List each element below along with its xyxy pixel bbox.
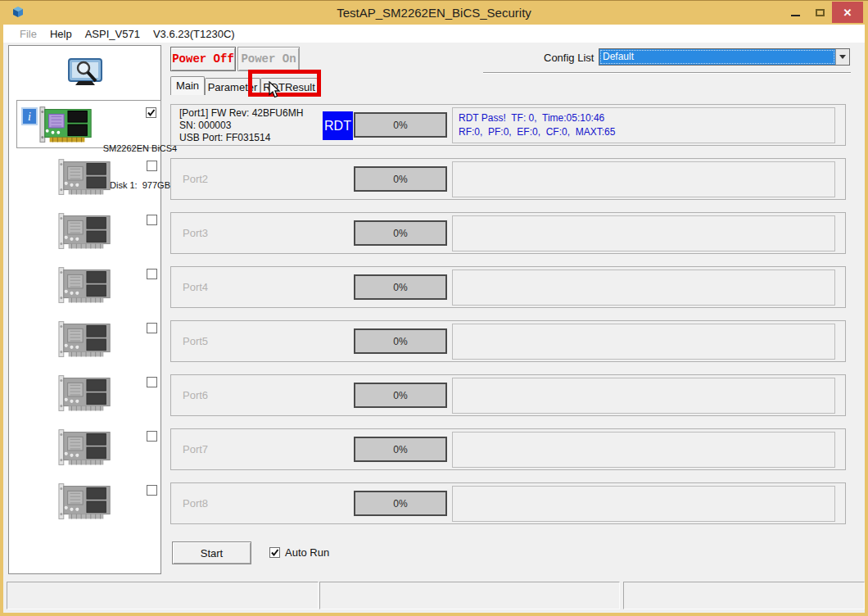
port-label: Port5 — [183, 335, 208, 347]
menu-bar: File Help ASPI_V571 V3.6.23(T1230C) — [3, 25, 865, 43]
port-row-4: Port4 0% — [170, 266, 846, 308]
device-slot-5[interactable] — [16, 318, 161, 365]
auto-run-label: Auto Run — [285, 546, 329, 559]
scan-devices-button[interactable] — [9, 48, 160, 98]
device-checkbox-unchecked[interactable] — [147, 215, 157, 225]
device-slot-4[interactable] — [16, 264, 161, 311]
port-status-box — [452, 215, 835, 251]
check-icon — [270, 548, 279, 557]
tab-main[interactable]: Main — [170, 76, 205, 95]
device-card-icon-gray — [57, 374, 115, 414]
port-status-box — [452, 161, 835, 197]
device-card-icon-gray — [57, 157, 115, 198]
device-slot-6[interactable] — [16, 372, 161, 419]
device-card-icon-gray — [57, 319, 115, 360]
status-panel-left — [7, 582, 319, 609]
power-off-button[interactable]: Power Off — [170, 47, 236, 71]
progress-value: 0% — [393, 444, 407, 455]
chevron-down-icon — [839, 55, 846, 59]
config-dropdown-button[interactable] — [835, 49, 849, 65]
device-checkbox-unchecked[interactable] — [147, 377, 157, 387]
power-off-label: Power Off — [172, 52, 234, 66]
device-slot-3[interactable] — [16, 210, 161, 257]
close-icon: ✕ — [843, 7, 852, 19]
port-row-7: Port7 0% — [170, 428, 846, 470]
progress-value: 0% — [393, 282, 407, 293]
progress-value: 0% — [393, 120, 407, 131]
menu-version: V3.6.23(T1230C) — [147, 26, 242, 42]
device-checkbox-unchecked[interactable] — [147, 323, 157, 333]
device-checkbox-unchecked[interactable] — [147, 161, 157, 171]
device-card-icon-gray — [57, 265, 115, 306]
start-label: Start — [201, 547, 223, 559]
maximize-button[interactable] — [807, 2, 832, 23]
status-line-2: RF:0, PF:0, EF:0, CF:0, MAXT:65 — [459, 125, 829, 139]
auto-run-control: Auto Run — [269, 546, 329, 559]
tab-main-label: Main — [176, 79, 199, 92]
window-title: TestAP_SM2262EN_BiCS_Security — [3, 6, 865, 20]
power-on-button[interactable]: Power On — [237, 47, 300, 71]
maximize-icon — [816, 9, 825, 16]
window-controls: ✕ — [783, 1, 863, 24]
config-list-label: Config List — [544, 52, 594, 64]
progress-value: 0% — [393, 336, 407, 347]
check-icon — [147, 108, 156, 117]
status-line-1: RDT Pass! TF: 0, Time:05:10:46 — [459, 111, 829, 125]
port1-sn: SN: 000003 — [179, 120, 303, 132]
info-icon[interactable]: i — [21, 107, 38, 125]
device-slot-7[interactable] — [16, 426, 161, 473]
client-area: i SM2262EN BiCS4 Disk 1: 977GB — [3, 43, 865, 613]
progress-value: 0% — [393, 498, 407, 510]
red-highlight-annotation — [248, 70, 321, 97]
device-card-icon-gray — [57, 211, 115, 252]
device-card-icon-gray — [57, 428, 115, 469]
device-card-icon-gray — [57, 482, 115, 523]
progress-bar: 0% — [354, 166, 447, 192]
port1-fw: [Port1] FW Rev: 42BFU6MH — [179, 107, 303, 120]
separator-line — [483, 72, 851, 74]
config-list-combobox[interactable]: Default — [599, 48, 850, 66]
menu-aspi[interactable]: ASPI_V571 — [79, 26, 147, 42]
device-slot-2[interactable] — [16, 156, 161, 203]
menu-help[interactable]: Help — [43, 26, 79, 42]
progress-bar: 0% — [354, 112, 447, 138]
search-icon — [66, 57, 104, 88]
port1-usb: USB Port: FF031514 — [179, 132, 303, 144]
port-status-box — [452, 378, 835, 414]
minimize-icon — [791, 15, 800, 16]
progress-bar: 0% — [354, 437, 447, 462]
port-label: Port7 — [183, 443, 208, 455]
minimize-button[interactable] — [783, 2, 807, 23]
port-status-box — [452, 324, 835, 360]
progress-value: 0% — [393, 174, 407, 185]
port-status-box: RDT Pass! TF: 0, Time:05:10:46 RF:0, PF:… — [452, 107, 835, 143]
device-slot-1[interactable]: i SM2262EN BiCS4 Disk 1: 977GB — [16, 100, 161, 148]
progress-value: 0% — [393, 228, 407, 239]
port-label: Port4 — [183, 281, 208, 293]
port1-info: [Port1] FW Rev: 42BFU6MH SN: 000003 USB … — [179, 107, 303, 144]
device-slot-8[interactable] — [16, 480, 161, 528]
menu-file[interactable]: File — [13, 26, 43, 42]
port-status-box — [452, 270, 835, 306]
progress-bar: 0% — [354, 274, 447, 300]
svg-text:i: i — [28, 111, 31, 123]
port-status-box — [452, 432, 835, 468]
port-label: Port6 — [183, 389, 208, 401]
progress-bar: 0% — [354, 491, 447, 516]
device-checkbox-unchecked[interactable] — [147, 269, 157, 279]
title-bar: TestAP_SM2262EN_BiCS_Security ✕ — [3, 1, 865, 25]
port-label: Port2 — [183, 173, 208, 185]
close-button[interactable]: ✕ — [832, 2, 863, 23]
auto-run-checkbox-checked[interactable] — [269, 547, 280, 558]
device-checkbox-checked[interactable] — [146, 107, 156, 118]
port-row-6: Port6 0% — [170, 374, 846, 416]
port-row-1: [Port1] FW Rev: 42BFU6MH SN: 000003 USB … — [170, 104, 846, 146]
device-checkbox-unchecked[interactable] — [147, 431, 157, 442]
device-checkbox-unchecked[interactable] — [147, 485, 157, 496]
progress-bar: 0% — [354, 383, 447, 408]
port-row-3: Port3 0% — [170, 212, 846, 254]
app-logo-icon — [11, 6, 25, 19]
progress-bar: 0% — [354, 328, 447, 354]
start-button[interactable]: Start — [172, 541, 251, 564]
power-on-label: Power On — [241, 52, 296, 66]
